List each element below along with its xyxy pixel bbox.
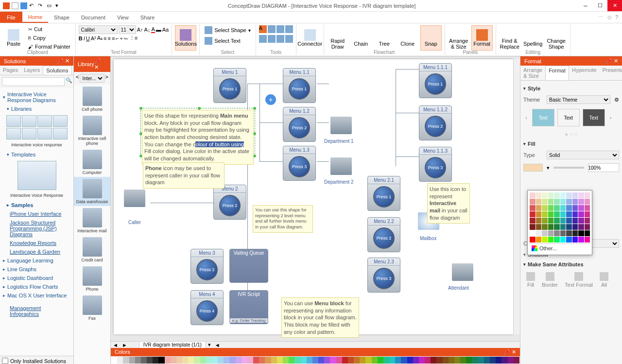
tree-landscape[interactable]: Landscape & Garden — [2, 247, 71, 256]
align-middle-icon[interactable]: ÷ — [120, 35, 123, 41]
menu-2[interactable]: Menu 2Press 2 — [213, 185, 246, 220]
lib-cell-phone[interactable]: Cell phone — [74, 85, 110, 114]
attrib-all[interactable]: All — [600, 272, 608, 288]
note-level[interactable]: You can use this shape for representing … — [253, 205, 313, 233]
fill-color-swatch[interactable] — [523, 164, 543, 172]
align-top-icon[interactable]: ⌐ — [116, 35, 119, 41]
align-bottom-icon[interactable]: ⌙ — [124, 35, 128, 41]
snap-button[interactable]: Snap — [420, 25, 442, 51]
theme-thumb-2[interactable]: Text — [557, 109, 580, 126]
presentation-icon[interactable]: ▭ — [47, 2, 53, 9]
attrib-text[interactable]: Text Format — [565, 272, 593, 288]
note-main-menu[interactable]: Use this shape for representing Main men… — [142, 110, 254, 165]
change-shape-button[interactable]: Change Shape — [546, 25, 567, 51]
theme-thumb-3[interactable]: Text — [583, 109, 605, 126]
shrink-font-icon[interactable]: A↓ — [144, 27, 151, 33]
panel-close-icon[interactable]: ✕ — [614, 58, 618, 64]
menu-1-1[interactable]: Menu 1.1Press 1 — [283, 68, 316, 103]
tree-language[interactable]: Language Learning — [2, 256, 71, 265]
font-select[interactable]: Calibri — [79, 25, 118, 34]
tree-templates[interactable]: Templates — [2, 150, 71, 159]
file-tab[interactable]: File — [0, 12, 22, 23]
grow-font-icon[interactable]: A↑ — [137, 27, 143, 33]
arrange-size-button[interactable]: Arrange & Size — [448, 25, 469, 51]
tool-spline-icon[interactable] — [285, 35, 293, 43]
spelling-button[interactable]: Spelling — [522, 25, 544, 51]
undo-icon[interactable]: ↶ — [29, 2, 36, 9]
paste-button[interactable]: Paste — [3, 25, 24, 51]
help-icon[interactable]: ? — [615, 14, 618, 20]
connector-button[interactable]: Connector — [299, 25, 321, 51]
tab-home[interactable]: Home — [22, 12, 48, 23]
tree-macos[interactable]: Mac OS X User Interface — [2, 291, 71, 300]
align-center-icon[interactable]: ≡ — [107, 35, 110, 41]
add-node-badge[interactable]: + — [265, 94, 276, 105]
tree-ivr-diagrams[interactable]: Interactive Voice Response Diagrams — [2, 90, 71, 104]
tool-text-icon[interactable]: A — [259, 25, 267, 33]
format-panel-button[interactable]: Format — [471, 25, 493, 51]
tab-share[interactable]: Share — [135, 13, 160, 22]
lib-interactive-cell[interactable]: Interactive cell phone — [74, 114, 110, 148]
tab-format[interactable]: Format — [545, 66, 569, 80]
tool-rect-icon[interactable] — [259, 35, 267, 43]
ribbon-more-icon[interactable]: ⋯ — [598, 14, 604, 20]
select-text-button[interactable]: Select Text — [203, 36, 252, 46]
tree-samples[interactable]: Samples — [2, 201, 71, 209]
dropdown-icon[interactable]: ▾ — [55, 2, 62, 9]
lib-fax[interactable]: Fax — [74, 294, 110, 323]
underline-icon[interactable]: U — [86, 35, 90, 41]
pin-icon[interactable]: 📌 — [605, 58, 612, 64]
italic-icon[interactable]: I — [84, 35, 85, 41]
subscript-icon[interactable]: A₂ — [97, 35, 103, 41]
menu-1-3[interactable]: Menu 1.3Press 3 — [283, 146, 316, 181]
tree-line[interactable]: Line Graphs — [2, 265, 71, 274]
fill-opacity[interactable] — [588, 163, 620, 172]
gear-icon[interactable]: ⚙ — [614, 97, 619, 103]
tree-logistics-flow[interactable]: Logistics Flow Charts — [2, 282, 71, 291]
menu-2-3[interactable]: Menu 2.3Press 3 — [367, 258, 400, 293]
note-phone[interactable]: Phone icon may be used to represent call… — [143, 162, 225, 189]
menu-2-1[interactable]: Menu 2.1Press 1 — [367, 176, 400, 211]
superscript-icon[interactable]: A² — [91, 35, 96, 41]
menu-1-2[interactable]: Menu 1.2Press 2 — [283, 107, 316, 142]
library-select[interactable]: Inter... — [80, 74, 104, 83]
tree-button[interactable]: Tree — [374, 25, 395, 51]
tool-bezier-icon[interactable] — [276, 35, 284, 43]
theme-thumb-1[interactable]: Text — [532, 109, 554, 126]
section-style[interactable]: Style — [523, 84, 619, 93]
dept2-icon[interactable] — [329, 157, 353, 179]
tab-document[interactable]: Document — [75, 13, 111, 22]
vertical-scrollbar[interactable] — [513, 59, 520, 334]
caller-icon[interactable] — [122, 190, 147, 211]
save-icon[interactable] — [20, 2, 27, 9]
solutions-search[interactable] — [2, 77, 65, 86]
tab-pages[interactable]: Pages — [0, 66, 21, 75]
highlight-icon[interactable]: ▬ — [156, 27, 161, 33]
clone-button[interactable]: Clone — [397, 25, 418, 51]
section-make-same[interactable]: Make Same Attributes — [523, 260, 619, 269]
redo-icon[interactable]: ↷ — [38, 2, 45, 9]
menu-1-1-1[interactable]: Menu 1.1.1Press 1 — [419, 63, 452, 98]
menu-3[interactable]: Menu 3Press 3 — [190, 249, 224, 284]
tree-iphone[interactable]: iPhone User Interface — [2, 209, 71, 218]
menu-1-1-3[interactable]: Menu 1.1.3Press 3 — [419, 147, 452, 182]
note-mail[interactable]: Use this icon to represent Interactive m… — [427, 183, 470, 224]
tree-knowledge[interactable]: Knowledge Reports — [2, 239, 71, 247]
panel-close-icon[interactable]: ✕ — [512, 349, 516, 355]
ribbon-collapse-icon[interactable]: ◇ — [607, 14, 611, 20]
panel-close-icon[interactable]: ✕ — [94, 64, 99, 70]
tab-hypernote[interactable]: Hypernote — [569, 66, 600, 80]
attendant-icon[interactable] — [450, 263, 475, 285]
solutions-button[interactable]: Solutions — [175, 25, 196, 51]
drawing-canvas[interactable]: Caller Menu 1Press 1 Menu 1.1Press 1 Men… — [114, 59, 513, 334]
pin-icon[interactable]: 📌 — [94, 58, 101, 64]
waiting-queue[interactable]: Vaiting Queue — [229, 249, 268, 283]
dept1-icon[interactable] — [329, 117, 353, 138]
menu-1-1-2[interactable]: Menu 1.1.2Press 2 — [419, 105, 452, 140]
tab-layers[interactable]: Layers — [21, 66, 43, 75]
align-right-icon[interactable]: ≡ — [112, 35, 115, 41]
lib-data-warehouse[interactable]: Data warehouse — [74, 177, 110, 206]
tool-ellipse-icon[interactable] — [268, 35, 276, 43]
align-left-icon[interactable]: ≡ — [104, 35, 106, 41]
tab-presentation[interactable]: Presentation — [600, 66, 622, 80]
